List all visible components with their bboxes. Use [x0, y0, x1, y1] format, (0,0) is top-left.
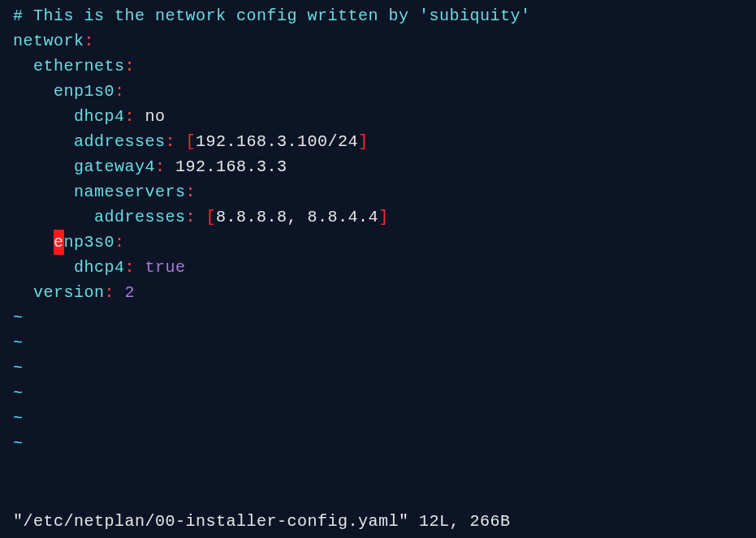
vim-empty-line: ~ [13, 305, 756, 330]
tilde-icon: ~ [13, 334, 24, 352]
yaml-key: nameservers [74, 183, 186, 201]
yaml-key: version [33, 283, 105, 302]
colon: : [125, 258, 136, 277]
close-bracket-icon: ] [378, 208, 389, 226]
tilde-icon: ~ [13, 434, 24, 453]
tilde-icon: ~ [13, 384, 24, 402]
code-line: addresses: [192.168.3.100/24] [13, 129, 756, 154]
vim-empty-line: ~ [13, 381, 756, 406]
vim-empty-line: ~ [13, 330, 756, 355]
vim-empty-line: ~ [13, 406, 756, 431]
close-bracket-icon: ] [358, 132, 369, 151]
open-bracket-icon: [ [186, 132, 197, 151]
vim-editor[interactable]: # This is the network config written by … [0, 0, 756, 538]
yaml-value: 2 [125, 283, 136, 302]
vim-cursor: e [54, 230, 64, 255]
colon: : [125, 57, 136, 75]
code-line: dhcp4: no [13, 104, 756, 129]
colon: : [166, 132, 176, 151]
code-line: version: 2 [13, 280, 756, 305]
code-line: # This is the network config written by … [13, 3, 756, 28]
colon: : [114, 233, 125, 252]
yaml-value: 8.8.8.8, 8.8.4.4 [216, 208, 378, 226]
yaml-key: np3s0 [64, 233, 115, 252]
code-line: nameservers: [13, 179, 756, 204]
yaml-key: addresses [94, 208, 186, 226]
colon: : [105, 283, 115, 302]
yaml-key: dhcp4 [74, 107, 125, 126]
colon: : [186, 208, 197, 226]
yaml-key: gateway4 [74, 157, 155, 176]
code-line: gateway4: 192.168.3.3 [13, 154, 756, 179]
vim-empty-line: ~ [13, 431, 756, 456]
tilde-icon: ~ [13, 409, 24, 428]
yaml-key: network [13, 32, 84, 50]
colon: : [186, 183, 197, 201]
comment-text: # This is the network config written by … [13, 6, 531, 25]
vim-status-bar: "/etc/netplan/00-installer-config.yaml" … [13, 509, 511, 534]
yaml-value: 192.168.3.3 [175, 157, 287, 176]
code-line: network: [13, 28, 756, 54]
open-bracket-icon: [ [206, 208, 217, 226]
yaml-key: dhcp4 [74, 258, 125, 277]
yaml-key: enp1s0 [54, 82, 114, 101]
colon: : [114, 82, 125, 101]
code-line: dhcp4: true [13, 255, 756, 280]
yaml-key: addresses [74, 132, 166, 151]
tilde-icon: ~ [13, 359, 24, 377]
yaml-boolean: true [145, 258, 186, 277]
colon: : [155, 157, 166, 176]
code-line: addresses: [8.8.8.8, 8.8.4.4] [13, 204, 756, 230]
code-line: enp3s0: [13, 230, 756, 255]
tilde-icon: ~ [13, 308, 24, 327]
yaml-value: no [145, 107, 166, 126]
code-line: enp1s0: [13, 79, 756, 104]
colon: : [84, 32, 95, 50]
yaml-value: 192.168.3.100/24 [196, 132, 358, 151]
vim-empty-line: ~ [13, 355, 756, 381]
yaml-key: ethernets [33, 57, 125, 75]
code-line: ethernets: [13, 54, 756, 79]
colon: : [125, 107, 136, 126]
